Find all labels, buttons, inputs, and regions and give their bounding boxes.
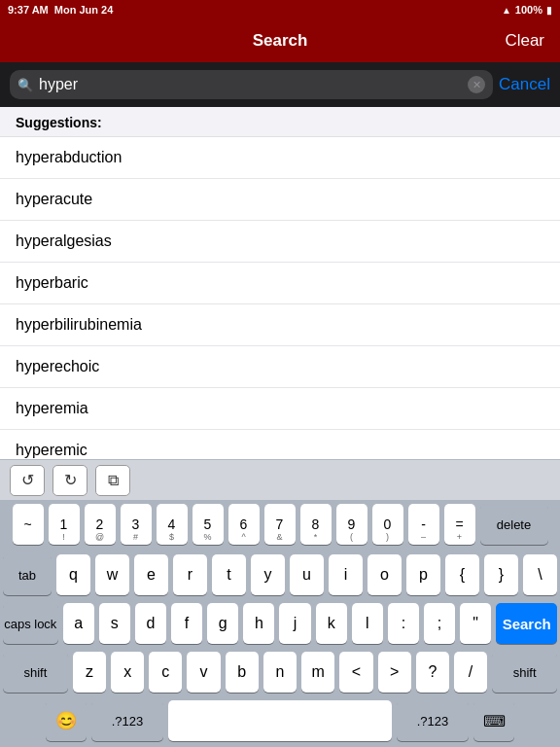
keyboard-toolbar: ↺ ↻ ⧉ [0, 459, 560, 500]
status-right: ▲ 100% ▮ [502, 4, 552, 16]
search-input-wrapper: 🔍 ✕ [10, 70, 493, 99]
key-f[interactable]: f [171, 603, 202, 644]
nav-title: Search [253, 31, 308, 51]
key-t[interactable]: t [212, 554, 246, 595]
list-item[interactable]: hyperemia [0, 388, 560, 430]
key-u[interactable]: u [290, 554, 324, 595]
number-row: ~ 1! 2@ 3# 4$ 5% 6^ 7& 8* 9( 0) -– =+ de… [3, 504, 557, 545]
list-item[interactable]: hyperacute [0, 179, 560, 221]
keyboard-switch-key[interactable]: ⌨ [473, 700, 514, 741]
key-a[interactable]: a [63, 603, 94, 644]
undo-button[interactable]: ↺ [10, 465, 45, 496]
bottom-row: 😊 .?123 .?123 ⌨ [3, 700, 557, 741]
nav-bar: Search Clear [0, 19, 560, 62]
key-p[interactable]: p [406, 554, 440, 595]
key-backslash[interactable]: \ [523, 554, 557, 595]
key-semicolon[interactable]: ; [424, 603, 455, 644]
key-quote[interactable]: " [460, 603, 491, 644]
key-c[interactable]: c [149, 652, 182, 693]
key-b[interactable]: b [226, 652, 259, 693]
key-tilde[interactable]: ~ [13, 504, 44, 545]
keyboard: ↺ ↻ ⧉ ~ 1! 2@ 3# 4$ 5% 6^ 7& 8* 9( 0) -–… [0, 459, 560, 747]
key-k[interactable]: k [316, 603, 347, 644]
key-x[interactable]: x [111, 652, 144, 693]
list-item[interactable]: hyperechoic [0, 346, 560, 388]
asdf-row: caps lock a s d f g h j k l : ; " Search [3, 603, 557, 644]
sym-right-key[interactable]: .?123 [397, 700, 469, 741]
list-item[interactable]: hyperbilirubinemia [0, 304, 560, 346]
status-date: Mon Jun 24 [54, 4, 114, 16]
key-n[interactable]: n [263, 652, 297, 693]
tab-key[interactable]: tab [3, 554, 52, 595]
key-lt[interactable]: < [339, 652, 372, 693]
key-equals[interactable]: =+ [444, 504, 475, 545]
clear-button[interactable]: Clear [505, 31, 544, 51]
key-rows: ~ 1! 2@ 3# 4$ 5% 6^ 7& 8* 9( 0) -– =+ de… [0, 500, 560, 743]
search-bar: 🔍 ✕ Cancel [0, 62, 560, 107]
key-e[interactable]: e [134, 554, 168, 595]
key-slash[interactable]: / [454, 652, 487, 693]
key-s[interactable]: s [99, 603, 130, 644]
delete-key[interactable]: delete [480, 504, 548, 545]
search-key[interactable]: Search [496, 603, 557, 644]
paste-button[interactable]: ⧉ [95, 465, 130, 496]
key-2[interactable]: 2@ [85, 504, 116, 545]
zxcv-row: shift z x c v b n m < > ? / shift [3, 652, 557, 693]
emoji-key[interactable]: 😊 [46, 700, 87, 741]
key-l[interactable]: l [352, 603, 383, 644]
key-d[interactable]: d [135, 603, 166, 644]
key-4[interactable]: 4$ [157, 504, 188, 545]
cancel-button[interactable]: Cancel [499, 75, 550, 94]
key-v[interactable]: v [187, 652, 220, 693]
key-9[interactable]: 9( [336, 504, 368, 545]
key-6[interactable]: 6^ [228, 504, 260, 545]
suggestions-header: Suggestions: [0, 107, 560, 137]
key-z[interactable]: z [73, 652, 106, 693]
key-y[interactable]: y [251, 554, 285, 595]
key-question[interactable]: ? [416, 652, 449, 693]
status-bar: 9:37 AM Mon Jun 24 ▲ 100% ▮ [0, 0, 560, 19]
key-i[interactable]: i [329, 554, 363, 595]
key-o[interactable]: o [368, 554, 402, 595]
key-lbrace[interactable]: { [445, 554, 479, 595]
sym-left-key[interactable]: .?123 [91, 700, 163, 741]
list-item[interactable]: hyperbaric [0, 263, 560, 304]
search-clear-icon[interactable]: ✕ [468, 76, 485, 93]
key-m[interactable]: m [301, 652, 334, 693]
search-input[interactable] [39, 76, 462, 93]
status-left: 9:37 AM Mon Jun 24 [8, 4, 113, 16]
wifi-icon: ▲ [502, 5, 511, 16]
qwerty-row: tab q w e r t y u i o p { } \ [3, 554, 557, 595]
key-8[interactable]: 8* [300, 504, 332, 545]
list-item[interactable]: hyperabduction [0, 137, 560, 179]
battery-level: 100% [515, 4, 542, 16]
key-w[interactable]: w [95, 554, 129, 595]
key-h[interactable]: h [243, 603, 274, 644]
key-5[interactable]: 5% [192, 504, 224, 545]
key-q[interactable]: q [56, 554, 90, 595]
key-rbrace[interactable]: } [484, 554, 518, 595]
key-colon[interactable]: : [388, 603, 419, 644]
shift-left-key[interactable]: shift [3, 652, 68, 693]
key-minus[interactable]: -– [408, 504, 439, 545]
caps-lock-key[interactable]: caps lock [3, 603, 58, 644]
list-item[interactable]: hyperalgesias [0, 221, 560, 263]
key-3[interactable]: 3# [121, 504, 152, 545]
status-time: 9:37 AM [8, 4, 49, 16]
key-r[interactable]: r [173, 554, 207, 595]
battery-icon: ▮ [546, 5, 552, 16]
key-7[interactable]: 7& [264, 504, 296, 545]
key-1[interactable]: 1! [49, 504, 80, 545]
space-key[interactable] [168, 700, 392, 741]
search-icon: 🔍 [18, 78, 33, 92]
key-j[interactable]: j [279, 603, 310, 644]
key-gt[interactable]: > [378, 652, 411, 693]
key-0[interactable]: 0) [372, 504, 403, 545]
shift-right-key[interactable]: shift [492, 652, 557, 693]
redo-button[interactable]: ↻ [52, 465, 88, 496]
key-g[interactable]: g [207, 603, 238, 644]
